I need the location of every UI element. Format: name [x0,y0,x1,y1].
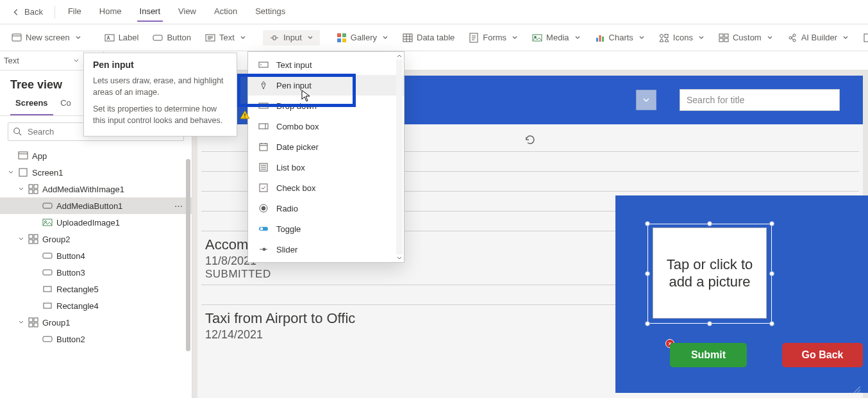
resize-handle[interactable] [769,321,774,326]
tab-action[interactable]: Action [206,3,245,21]
property-selector[interactable]: Text [0,56,83,65]
text-input-icon [258,60,269,70]
dd-check-box[interactable]: Check box [248,178,404,198]
media-button[interactable]: Media [526,30,587,46]
resize-handle[interactable] [645,221,650,226]
header-dropdown[interactable] [636,90,656,110]
back-button[interactable]: Back [5,4,49,19]
submit-button[interactable]: Submit [670,343,747,367]
tree-item-rect5[interactable]: Rectangle5 [0,281,192,297]
tree-item-button2[interactable]: Button2 [0,331,192,347]
scrollbar-thumb[interactable] [186,159,190,351]
chevron-down-icon [8,169,14,176]
forms-button[interactable]: Forms [462,30,524,46]
input-button[interactable]: Input [263,30,320,46]
dropdown-scrollbar[interactable] [396,53,403,261]
input-label: Input [283,33,302,42]
dd-combo-box[interactable]: Combo box [248,116,404,137]
scroll-up-icon[interactable] [396,53,403,60]
dd-toggle[interactable]: Toggle [248,219,404,239]
svg-rect-28 [29,185,33,188]
text-button[interactable]: Text [199,30,253,46]
dd-pen-input[interactable]: Pen input [248,75,404,95]
ai-builder-button[interactable]: AI Builder [781,30,855,46]
resize-handle[interactable] [707,221,712,226]
dd-slider[interactable]: Slider [248,239,404,260]
tooltip-body: Lets users draw, erase, and highlight ar… [93,75,228,127]
tree-item-app[interactable]: App [0,147,192,164]
go-back-button[interactable]: Go Back [782,343,863,367]
svg-rect-48 [259,62,268,67]
svg-rect-30 [29,190,33,194]
tree-label: UploadedImage1 [56,218,120,228]
warning-icon[interactable] [240,110,250,122]
divider [54,6,55,19]
refresh-icon[interactable] [524,133,537,146]
tree-tab-components[interactable]: Co [55,93,76,114]
tree-label: Screen1 [32,168,63,178]
tab-settings[interactable]: Settings [247,3,293,21]
tree-item-rect4[interactable]: Rectangle4 [0,297,192,314]
tree-item-addmediabtn[interactable]: AddMediaButton1 ⋯ [0,197,192,214]
tree-item-group1[interactable]: Group1 [0,314,192,331]
tree-item-button4[interactable]: Button4 [0,247,192,264]
tree-item-addmedia[interactable]: AddMediaWithImage1 [0,181,192,197]
tree-tab-screens[interactable]: Screens [10,93,53,115]
pen-icon [258,80,269,90]
dropdown-icon [258,101,269,111]
resize-handle[interactable] [645,271,650,276]
svg-rect-38 [34,240,38,244]
dd-drop-down[interactable]: Drop down [248,95,404,116]
checkbox-icon [258,183,269,193]
tab-view[interactable]: View [171,3,204,21]
resize-handle[interactable] [707,321,712,326]
gallery-button[interactable]: Gallery [330,30,395,46]
resize-handle[interactable] [769,271,774,276]
dd-text-input[interactable]: Text input [248,54,404,75]
data-table-button[interactable]: Data table [396,30,461,46]
dd-radio[interactable]: Radio [248,198,404,219]
icons-button[interactable]: Icons [653,30,711,46]
scroll-down-icon[interactable] [396,254,403,261]
tab-insert[interactable]: Insert [132,3,169,21]
group-icon [28,317,38,328]
svg-rect-19 [719,38,723,42]
tree-item-group2[interactable]: Group2 [0,231,192,247]
button-button[interactable]: Button [146,30,197,46]
chevron-down-icon [18,319,24,326]
svg-rect-36 [34,235,38,238]
resize-handle[interactable] [769,221,774,226]
tab-home[interactable]: Home [92,3,129,21]
m-button[interactable]: M [856,30,868,46]
chevron-down-icon [18,186,24,192]
custom-button[interactable]: Custom [712,30,780,46]
screen-icon [18,167,28,178]
top-tab-bar: Back File Home Insert View Action Settin… [0,0,868,24]
radio-icon [258,203,269,213]
search-placeholder: Search for title [687,95,744,105]
tree-item-uploaded[interactable]: UploadedImage1 [0,214,192,231]
label-button[interactable]: Label [98,30,146,46]
rect-icon [42,284,53,294]
svg-rect-40 [43,270,52,275]
svg-rect-7 [342,38,346,42]
charts-button[interactable]: Charts [588,30,651,46]
dd-date-picker[interactable]: Date picker [248,137,404,157]
svg-rect-46 [34,323,38,327]
dd-list-box[interactable]: List box [248,157,404,178]
dd-label: Check box [276,183,315,193]
button-icon [42,201,53,211]
add-picture-placeholder[interactable]: Tap or click to add a picture [653,228,767,319]
more-icon[interactable]: ⋯ [171,201,187,211]
title-search-input[interactable]: Search for title [680,89,840,111]
forms-label: Forms [483,33,506,42]
new-screen-button[interactable]: New screen [5,30,88,46]
tree-item-screen1[interactable]: Screen1 [0,164,192,181]
tree-item-button3[interactable]: Button3 [0,264,192,281]
dd-label: List box [276,163,305,172]
resize-handle[interactable] [645,321,650,326]
tab-file[interactable]: File [60,3,89,21]
tree-label: App [32,151,47,161]
resize-corner-icon[interactable] [853,385,862,394]
tooltip-title: Pen input [93,60,228,70]
